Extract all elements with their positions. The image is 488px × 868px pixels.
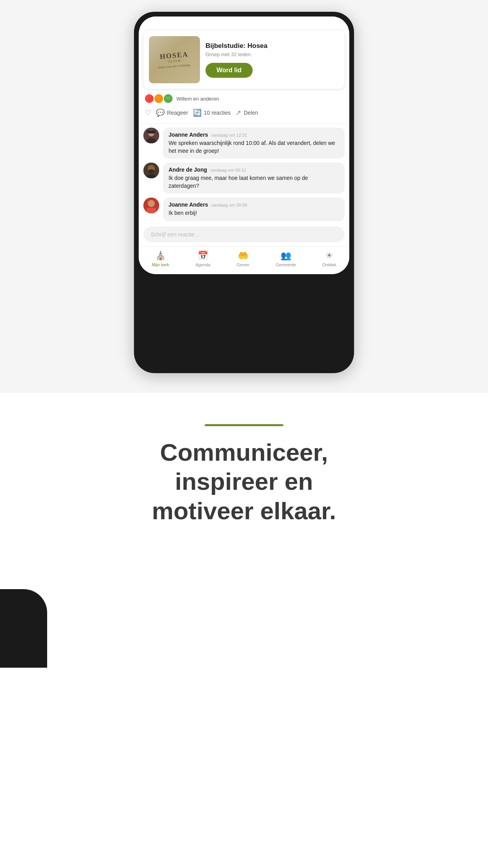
joanne1-avatar-image: [143, 128, 159, 143]
like-action[interactable]: ♡: [145, 107, 156, 119]
joanne2-avatar-image: [143, 198, 159, 213]
hosea-book: HOSEA 753-723 BC God's Love for a Sinnin…: [157, 50, 192, 69]
comment-input-bar[interactable]: Schrijf een reactie...: [143, 227, 345, 242]
join-button[interactable]: Word lid: [205, 63, 253, 78]
comment-text-1: We spreken waarschijnlijk rond 10:00 af.…: [169, 139, 339, 155]
svg-point-10: [148, 200, 155, 207]
phone-inner: HOSEA 753-723 BC God's Love for a Sinnin…: [139, 16, 349, 274]
nav-gemeente[interactable]: 👥 Gemeente: [276, 251, 296, 267]
tagline-line3: motiveer elkaar.: [152, 497, 336, 524]
fire-reaction-icon: 🧡: [154, 94, 163, 103]
comment-text-2: Ik doe graag mee, maar hoe laat komen we…: [169, 174, 339, 190]
nav-mijn-kerk[interactable]: ⛪ Mijn kerk: [152, 251, 169, 267]
andre-avatar-image: [143, 163, 159, 178]
action-bar: ♡ 💬 Reageer 🔄 10 reacties ↗ Delen: [139, 104, 349, 124]
group-card: HOSEA 753-723 BC God's Love for a Sinnin…: [143, 31, 345, 89]
community-icon: 👥: [281, 251, 291, 261]
avatar-joanne2: [143, 198, 159, 213]
corner-decoration: [0, 589, 47, 668]
comment-3: Joanne Anders vandaag om 09:08 Ik ben er…: [143, 198, 345, 221]
calendar-icon: 📅: [198, 251, 208, 261]
svg-point-8: [149, 169, 154, 173]
nav-agenda-label: Agenda: [195, 262, 210, 267]
share-action[interactable]: ↗ Delen: [235, 107, 263, 119]
comments-section: Joanne Anders vandaag om 12:31 We spreke…: [139, 124, 349, 225]
comment-time-2: vandaag om 09:12: [210, 168, 246, 172]
divider-line: [205, 424, 283, 426]
discover-icon: ☀: [325, 251, 333, 261]
nav-ontdek[interactable]: ☀ Ontdek: [322, 251, 336, 267]
comment-2: Andre de Jong vandaag om 09:12 Ik doe gr…: [143, 163, 345, 194]
hosea-verse: God's Love for a Sinning...: [158, 63, 192, 69]
tagline: Communiceer, inspireer en motiveer elkaa…: [152, 438, 336, 526]
comment-icon: 💬: [156, 108, 165, 117]
comment-label: Reageer: [167, 110, 188, 116]
group-info: Bijbelstudie: Hosea Groep met 32 leden. …: [205, 42, 339, 78]
comment-author-1: Joanne Anders: [169, 132, 208, 138]
comment-header-2: Andre de Jong vandaag om 09:12: [169, 167, 339, 173]
svg-rect-4: [147, 130, 155, 134]
tagline-line1: Communiceer,: [160, 439, 328, 466]
share-icon: ↗: [235, 108, 241, 117]
nav-agenda[interactable]: 📅 Agenda: [195, 251, 210, 267]
comment-action[interactable]: 💬 Reageer: [156, 107, 193, 119]
comment-time-3: vandaag om 09:08: [211, 203, 247, 207]
reaction-icons: ❤️ 🧡 💚: [145, 94, 172, 103]
comment-bubble-3: Joanne Anders vandaag om 09:08 Ik ben er…: [163, 198, 345, 221]
comment-bubble-1: Joanne Anders vandaag om 12:31 We spreke…: [163, 128, 345, 159]
avatar-andre: [143, 163, 159, 178]
comment-author-3: Joanne Anders: [169, 201, 208, 208]
phone-frame: HOSEA 753-723 BC God's Love for a Sinnin…: [134, 12, 354, 373]
group-image-inner: HOSEA 753-723 BC God's Love for a Sinnin…: [149, 36, 200, 83]
tagline-line2: inspireer en: [175, 468, 313, 495]
reactions-text: Willem en anderen: [176, 96, 219, 102]
nav-mijn-kerk-label: Mijn kerk: [152, 262, 169, 267]
reactions-icon: 🔄: [193, 108, 202, 117]
bottom-nav: ⛪ Mijn kerk 📅 Agenda 🤲 Geven 👥 Gemeente …: [139, 246, 349, 274]
heart-icon: ♡: [145, 108, 151, 117]
nav-geven-label: Geven: [237, 262, 249, 267]
comment-text-3: Ik ben erbij!: [169, 209, 339, 217]
comment-author-2: Andre de Jong: [169, 167, 207, 173]
nav-ontdek-label: Ontdek: [322, 262, 336, 267]
group-subtitle: Groep met 32 leden.: [205, 51, 339, 57]
reactions-bar: ❤️ 🧡 💚 Willem en anderen: [139, 92, 349, 104]
avatar-joanne1: [143, 128, 159, 143]
phone-section: HOSEA 753-723 BC God's Love for a Sinnin…: [0, 0, 488, 393]
nav-gemeente-label: Gemeente: [276, 262, 296, 267]
comment-1: Joanne Anders vandaag om 12:31 We spreke…: [143, 128, 345, 159]
heart-reaction-icon: ❤️: [145, 94, 154, 103]
comment-header-3: Joanne Anders vandaag om 09:08: [169, 201, 339, 208]
home-church-icon: ⛪: [155, 251, 166, 261]
share-label: Delen: [244, 110, 258, 116]
comment-time-1: vandaag om 12:31: [211, 133, 247, 137]
give-icon: 🤲: [238, 251, 248, 261]
green-reaction-icon: 💚: [164, 94, 172, 103]
group-title: Bijbelstudie: Hosea: [205, 42, 339, 50]
reactions-action[interactable]: 🔄 10 reacties: [193, 107, 235, 119]
group-image: HOSEA 753-723 BC God's Love for a Sinnin…: [149, 36, 200, 83]
svg-rect-12: [147, 208, 156, 213]
status-bar: [139, 16, 349, 27]
comment-header-1: Joanne Anders vandaag om 12:31: [169, 132, 339, 138]
reactions-count-label: 10 reacties: [204, 110, 231, 116]
comment-bubble-2: Andre de Jong vandaag om 09:12 Ik doe gr…: [163, 163, 345, 194]
comment-placeholder: Schrijf een reactie...: [150, 231, 199, 238]
nav-geven[interactable]: 🤲 Geven: [237, 251, 249, 267]
bottom-section: Communiceer, inspireer en motiveer elkaa…: [0, 393, 488, 668]
